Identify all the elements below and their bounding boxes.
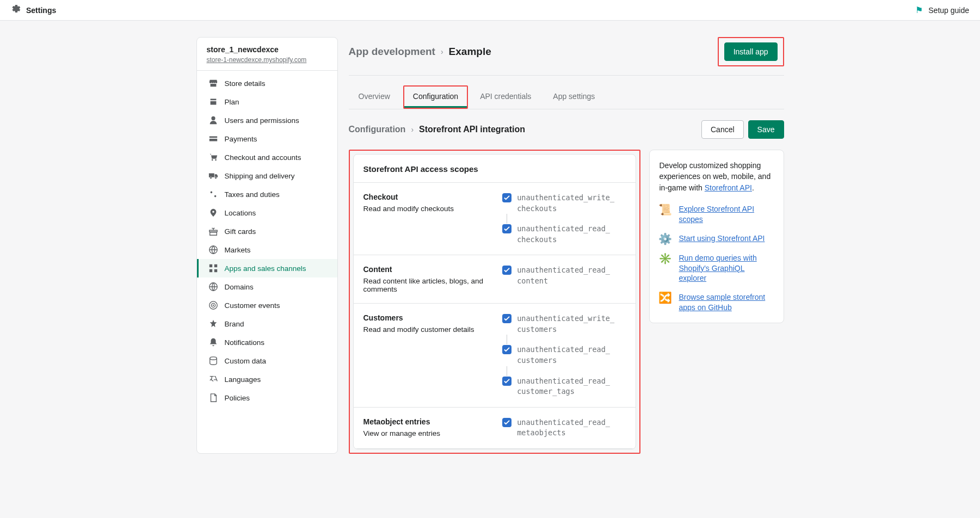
scroll-icon: 📜: [660, 204, 671, 215]
checkbox-checked-icon[interactable]: [502, 193, 511, 202]
scopes-scroll-area[interactable]: CheckoutRead and modify checkoutsunauthe…: [354, 183, 636, 449]
scope-section-title: Metaobject entries: [363, 417, 484, 426]
sidebar-nav: Store detailsPlanUsers and permissionsPa…: [197, 71, 337, 410]
sidebar-item-label: Checkout and accounts: [225, 153, 301, 162]
topbar: Settings ⚑ Setup guide: [0, 0, 980, 21]
scope-checkbox-row[interactable]: unauthenticated_read_customer_tags: [502, 376, 625, 397]
sidebar-item-label: Languages: [225, 375, 261, 384]
sidebar-item-markets[interactable]: Markets: [197, 240, 337, 259]
svg-rect-3: [209, 269, 212, 272]
scope-section-title: Content: [363, 265, 484, 274]
store-icon: [208, 78, 218, 88]
sidebar-item-policies[interactable]: Policies: [197, 388, 337, 407]
chevron-right-icon: ›: [441, 47, 443, 56]
sidebar-item-payments[interactable]: Payments: [197, 130, 337, 148]
sidebar-item-store-details[interactable]: Store details: [197, 74, 337, 92]
sidebar-item-label: Markets: [225, 246, 251, 254]
breadcrumb-root[interactable]: App development: [349, 46, 435, 58]
checkbox-checked-icon[interactable]: [502, 314, 511, 323]
sidebar-item-label: Plan: [225, 98, 239, 106]
sidebar-item-brand[interactable]: Brand: [197, 314, 337, 333]
sidebar-item-customer-events[interactable]: Customer events: [197, 296, 337, 314]
tab-highlight-box: Configuration: [403, 85, 468, 109]
scope-checkbox-row[interactable]: unauthenticated_read_checkouts: [502, 224, 625, 245]
scope-section-metaobject-entries: Metaobject entriesView or manage entries…: [354, 408, 636, 449]
info-link[interactable]: Browse sample storefront apps on GitHub: [679, 292, 774, 313]
info-blurb: Develop customized shopping experiences …: [660, 160, 774, 193]
sidebar-item-custom-data[interactable]: Custom data: [197, 351, 337, 370]
install-app-button[interactable]: Install app: [724, 42, 778, 61]
svg-rect-2: [214, 264, 217, 267]
scope-code: unauthenticated_write_checkouts: [517, 193, 614, 214]
scope-checkbox-row[interactable]: unauthenticated_read_customers: [502, 344, 625, 366]
sidebar-item-label: Users and permissions: [225, 116, 299, 125]
domain-icon: [208, 282, 218, 292]
sidebar-item-label: Gift cards: [225, 227, 256, 236]
svg-point-9: [209, 357, 217, 360]
info-link-item: ⚙️Start using Storefront API: [660, 233, 774, 244]
sidebar-item-label: Apps and sales channels: [225, 264, 306, 273]
tab-configuration[interactable]: Configuration: [404, 87, 467, 108]
tab-api-credentials[interactable]: API credentials: [470, 85, 541, 109]
branch-icon: 🔀: [660, 292, 671, 303]
setup-guide-link[interactable]: ⚑ Setup guide: [915, 5, 969, 15]
lang-icon: [208, 374, 218, 384]
sidebar-item-shipping-and-delivery[interactable]: Shipping and delivery: [197, 166, 337, 185]
scope-section-title: Customers: [363, 313, 484, 322]
sidebar-item-checkout-and-accounts[interactable]: Checkout and accounts: [197, 148, 337, 166]
install-highlight-box: Install app: [718, 37, 784, 66]
checkbox-checked-icon[interactable]: [502, 345, 511, 354]
card-title: Storefront API access scopes: [354, 155, 636, 183]
scope-checkbox-row[interactable]: unauthenticated_read_metaobjects: [502, 417, 625, 439]
sidebar-item-notifications[interactable]: Notifications: [197, 333, 337, 351]
cart-icon: [208, 152, 218, 162]
sub-breadcrumb-current: Storefront API integration: [419, 125, 525, 134]
apps-icon: [208, 263, 218, 273]
sidebar-item-plan[interactable]: Plan: [197, 92, 337, 111]
truck-icon: [208, 171, 218, 181]
info-link[interactable]: Run demo queries with Shopify's GraphiQL…: [679, 253, 774, 284]
brand-icon: [208, 319, 218, 329]
sidebar-item-label: Brand: [225, 320, 244, 328]
sidebar-item-apps-and-sales-channels[interactable]: Apps and sales channels: [197, 259, 337, 278]
main-content: App development › Example Install app Ov…: [349, 37, 784, 454]
checkbox-checked-icon[interactable]: [502, 377, 511, 386]
svg-rect-4: [214, 269, 217, 272]
settings-label: Settings: [26, 6, 56, 15]
checkbox-checked-icon[interactable]: [502, 418, 511, 427]
checkbox-checked-icon[interactable]: [502, 266, 511, 275]
target-icon: [208, 300, 218, 310]
sidebar-item-users-and-permissions[interactable]: Users and permissions: [197, 111, 337, 130]
sidebar-item-locations[interactable]: Locations: [197, 203, 337, 222]
scope-code: unauthenticated_write_customers: [517, 313, 614, 335]
cancel-button[interactable]: Cancel: [701, 120, 744, 139]
info-link[interactable]: Start using Storefront API: [679, 233, 765, 244]
info-link-item: ✳️Run demo queries with Shopify's Graphi…: [660, 253, 774, 284]
sidebar-item-label: Notifications: [225, 338, 265, 347]
sidebar-item-taxes-and-duties[interactable]: Taxes and duties: [197, 185, 337, 203]
scope-checkbox-row[interactable]: unauthenticated_write_customers: [502, 313, 625, 335]
gear-color-icon: ⚙️: [660, 233, 671, 244]
sub-breadcrumb-root[interactable]: Configuration: [349, 125, 406, 134]
info-card: Develop customized shopping experiences …: [649, 150, 784, 323]
sidebar-header: store_1_newcdexce store-1-newcdexce.mysh…: [197, 38, 337, 71]
scope-checkbox-row[interactable]: unauthenticated_read_content: [502, 265, 625, 286]
setup-guide-label: Setup guide: [928, 6, 969, 15]
sidebar-item-label: Store details: [225, 79, 266, 88]
info-link[interactable]: Explore Storefront API scopes: [679, 204, 774, 225]
checkbox-checked-icon[interactable]: [502, 224, 511, 233]
scope-section-checkout: CheckoutRead and modify checkoutsunauthe…: [354, 183, 636, 255]
sidebar-item-gift-cards[interactable]: Gift cards: [197, 222, 337, 240]
scope-section-desc: Read content like articles, blogs, and c…: [363, 277, 484, 293]
scope-checkbox-row[interactable]: unauthenticated_write_checkouts: [502, 193, 625, 214]
sidebar-item-languages[interactable]: Languages: [197, 370, 337, 388]
storefront-api-link[interactable]: Storefront API: [705, 183, 752, 192]
gear-icon: [11, 4, 21, 16]
sidebar-item-domains[interactable]: Domains: [197, 278, 337, 296]
tab-overview[interactable]: Overview: [349, 85, 400, 109]
store-url-link[interactable]: store-1-newcdexce.myshopify.com: [207, 56, 328, 64]
sparkle-icon: ✳️: [660, 253, 671, 264]
tab-app-settings[interactable]: App settings: [543, 85, 605, 109]
save-button[interactable]: Save: [748, 120, 784, 139]
sidebar-item-label: Customer events: [225, 301, 280, 310]
